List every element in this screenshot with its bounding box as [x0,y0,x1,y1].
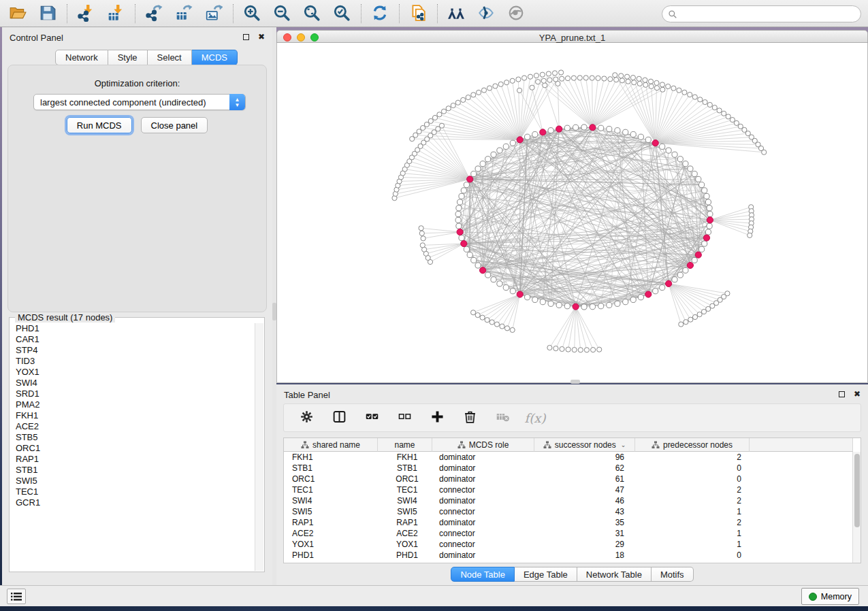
cell-name[interactable]: STB1 [378,463,432,474]
mcds-result-item[interactable]: SWI5 [16,476,255,486]
add-column-button[interactable] [427,408,447,428]
optimization-criterion-select[interactable]: largest connected component (undirected)… [33,94,246,110]
close-panel-icon[interactable]: ✖ [853,390,861,398]
table-row[interactable]: FKH1FKH1dominator962 [284,452,852,463]
table-row[interactable]: ACE2ACE2connector311 [284,528,852,539]
cell-mcds_role[interactable]: connector [432,506,534,517]
select-all-columns-button[interactable] [361,408,382,428]
cell-name[interactable]: ORC1 [378,474,432,484]
hide-graphics-button[interactable] [474,2,498,25]
mcds-result-item[interactable]: CAR1 [16,334,255,345]
float-panel-icon[interactable] [837,390,846,398]
cell-successors[interactable]: 47 [534,484,635,495]
cell-name[interactable]: YOX1 [378,539,432,550]
unselect-all-columns-button[interactable] [394,408,415,428]
mcds-result-item[interactable]: FKH1 [16,410,255,421]
export-network-button[interactable] [142,2,166,25]
cell-name[interactable]: FKH1 [378,452,432,463]
zoom-out-button[interactable] [270,2,294,25]
cell-mcds_role[interactable]: connector [432,528,534,539]
open-session-button[interactable] [5,2,30,25]
float-panel-icon[interactable] [242,33,250,41]
cell-shared_name[interactable]: ORC1 [284,474,378,484]
table-row[interactable]: YOX1YOX1connector291 [284,539,852,550]
cell-predecessors[interactable]: 2 [635,495,750,506]
cell-name[interactable]: SWI5 [378,506,432,517]
cell-predecessors[interactable]: 2 [635,484,750,495]
cell-mcds_role[interactable]: dominator [432,474,534,484]
mcds-result-item[interactable]: RAP1 [16,454,255,465]
mcds-result-item[interactable]: STB5 [16,432,255,443]
delete-table-button[interactable] [492,408,513,428]
mcds-result-item[interactable]: STB1 [16,465,255,476]
mcds-list-scrollbar[interactable] [255,323,263,571]
cell-shared_name[interactable]: STB1 [284,463,378,474]
column-header-predecessor-nodes[interactable]: predecessor nodes [635,438,750,452]
mcds-result-item[interactable]: YOX1 [16,367,255,378]
close-panel-icon[interactable]: ✖ [257,33,266,41]
cell-name[interactable]: RAP1 [378,517,432,528]
table-scrollbar[interactable] [852,452,861,563]
cell-predecessors[interactable]: 1 [635,528,750,539]
mcds-result-item[interactable]: STP4 [16,345,255,356]
panel-splitter-horizontal[interactable] [570,380,580,384]
cell-successors[interactable]: 29 [534,539,635,550]
column-header-name[interactable]: name [378,438,432,452]
cell-successors[interactable]: 35 [534,517,635,528]
table-row[interactable]: PHD1PHD1dominator180 [284,550,852,561]
search-box[interactable] [662,5,861,22]
memory-button[interactable]: Memory [801,588,859,605]
zoom-selected-button[interactable] [329,2,354,25]
zoom-in-button[interactable] [240,2,264,25]
tab-select[interactable]: Select [148,50,192,65]
table-row[interactable]: STB1STB1dominator620 [284,463,852,474]
cell-mcds_role[interactable]: dominator [432,463,534,474]
cell-mcds_role[interactable]: dominator [432,495,534,506]
cell-mcds_role[interactable]: dominator [432,550,534,561]
cell-shared_name[interactable]: TEC1 [284,484,378,495]
export-image-button[interactable] [202,2,226,25]
cell-successors[interactable]: 96 [534,452,635,463]
run-mcds-button[interactable]: Run MCDS [67,117,132,133]
cell-name[interactable]: SWI4 [378,495,432,506]
column-header-successor-nodes[interactable]: successor nodes⌄ [534,438,635,452]
cell-mcds_role[interactable]: dominator [432,517,534,528]
cell-shared_name[interactable]: SWI4 [284,495,378,506]
table-row[interactable]: RAP1RAP1dominator352 [284,517,852,528]
save-session-button[interactable] [35,2,60,25]
cell-name[interactable]: PHD1 [378,550,432,561]
cell-predecessors[interactable]: 1 [635,506,750,517]
search-input[interactable] [681,7,851,21]
mcds-result-item[interactable]: SWI4 [16,378,255,389]
mcds-result-item[interactable]: PMA2 [16,399,255,410]
cell-predecessors[interactable]: 0 [635,463,750,474]
cell-shared_name[interactable]: YOX1 [284,539,378,550]
cell-successors[interactable]: 46 [534,495,635,506]
zoom-fit-button[interactable] [300,2,324,25]
mcds-result-item[interactable]: PHD1 [16,323,255,334]
table-scrollbar-thumb[interactable] [854,454,860,527]
import-network-button[interactable] [74,2,98,25]
import-table-button[interactable] [103,2,128,25]
mcds-result-item[interactable]: GCR1 [16,497,255,508]
table-row[interactable]: TEC1TEC1connector472 [284,484,852,495]
mcds-result-list[interactable]: PHD1CAR1STP4TID3YOX1SWI4SRD1PMA2FKH1ACE2… [10,323,255,571]
cell-name[interactable]: TEC1 [378,484,432,495]
table-row[interactable]: SWI4SWI4dominator462 [284,495,852,506]
network-canvas[interactable] [276,43,868,383]
tab-node-table[interactable]: Node Table [451,567,515,582]
cell-predecessors[interactable]: 2 [635,517,750,528]
panel-menu-button[interactable] [7,589,26,604]
show-graphics-button[interactable] [504,2,528,25]
mcds-result-item[interactable]: ACE2 [16,421,255,432]
cell-predecessors[interactable]: 0 [635,550,750,561]
cell-successors[interactable]: 18 [534,550,635,561]
refresh-button[interactable] [368,2,392,25]
cell-predecessors[interactable]: 0 [635,474,750,484]
cell-name[interactable]: ACE2 [378,528,432,539]
cell-predecessors[interactable]: 1 [635,539,750,550]
close-panel-button[interactable]: Close panel [141,117,208,133]
tab-style[interactable]: Style [108,50,148,65]
binoculars-button[interactable] [444,2,468,25]
mcds-result-item[interactable]: TID3 [16,356,255,367]
